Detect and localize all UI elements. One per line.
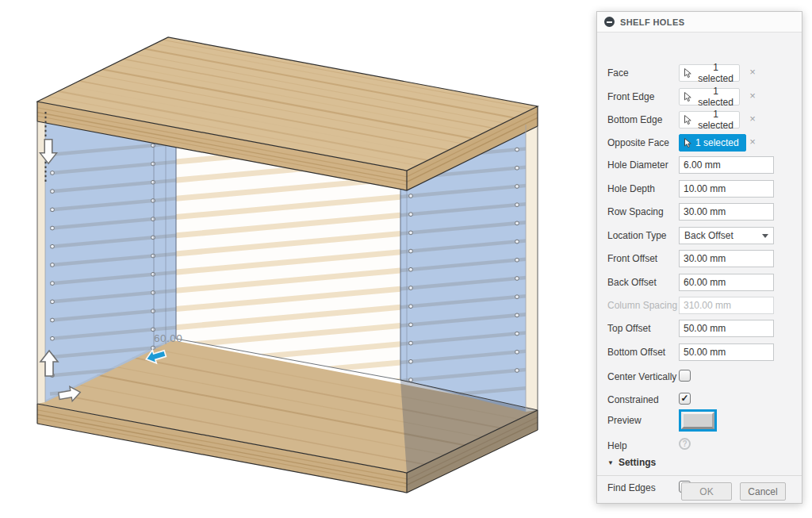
row-row-spacing: Row Spacing	[597, 203, 802, 221]
shelf-hole	[51, 282, 55, 286]
top-offset-label: Top Offset	[607, 323, 650, 334]
location-type-dropdown[interactable]: Back Offset	[679, 227, 774, 244]
shelf-hole	[515, 166, 519, 170]
shelf-hole	[151, 217, 155, 221]
back-offset-dimension-label[interactable]: 60.00	[154, 332, 182, 344]
front-edge-label: Front Edge	[607, 91, 654, 102]
shelf-hole	[151, 162, 155, 166]
shelf-holes-dialog: SHELF HOLES Face 1 selected × Front Edge…	[596, 11, 802, 504]
shelf-hole	[151, 199, 155, 203]
row-help: Help ?	[597, 437, 802, 455]
shelf-hole	[51, 300, 55, 304]
row-settings: ▼ Settings	[597, 457, 802, 474]
shelf-hole	[151, 309, 155, 313]
shelf-hole	[151, 346, 155, 350]
cancel-button[interactable]: Cancel	[740, 482, 786, 501]
shelf-hole	[51, 318, 55, 322]
shelf-hole	[151, 272, 155, 276]
shelf-hole	[409, 359, 413, 363]
settings-section-toggle[interactable]: ▼ Settings	[607, 457, 656, 468]
shelf-hole	[51, 263, 55, 267]
footer-divider	[597, 475, 802, 476]
shelf-hole	[51, 244, 55, 248]
dialog-title: SHELF HOLES	[620, 17, 684, 27]
row-spacing-input[interactable]	[679, 203, 774, 221]
shelf-hole	[409, 286, 413, 290]
right-panel-front-edge[interactable]	[526, 125, 538, 412]
location-type-label: Location Type	[607, 230, 667, 241]
face-selection-button[interactable]: 1 selected	[679, 64, 740, 82]
shelf-hole	[151, 144, 155, 148]
column-spacing-input-disabled	[679, 297, 774, 314]
row-preview: Preview	[597, 409, 802, 432]
shelf-hole	[409, 305, 413, 309]
shelf-hole	[515, 277, 519, 281]
shelf-hole	[409, 213, 413, 217]
front-edge-selection-count: 1 selected	[695, 86, 736, 108]
row-spacing-label: Row Spacing	[607, 206, 664, 217]
hole-diameter-input[interactable]	[679, 156, 774, 174]
shelf-hole	[515, 203, 519, 207]
shelf-hole	[51, 336, 55, 340]
row-hole-diameter: Hole Diameter	[597, 156, 802, 174]
shelf-hole	[51, 208, 55, 212]
constrained-label: Constrained	[607, 394, 659, 405]
face-clear-icon[interactable]: ×	[747, 66, 758, 79]
row-front-edge: Front Edge 1 selected ×	[597, 88, 802, 106]
shelf-hole	[51, 190, 55, 194]
preview-button-active[interactable]	[679, 409, 717, 432]
row-location-type: Location Type Back Offset	[597, 227, 802, 244]
chevron-down-icon	[762, 234, 768, 238]
hole-diameter-label: Hole Diameter	[607, 159, 668, 171]
shelf-hole	[409, 341, 413, 345]
settings-section-label: Settings	[619, 457, 656, 468]
constrained-checkbox-checked[interactable]: ✓	[679, 393, 691, 405]
shelf-hole	[151, 180, 155, 184]
shelf-hole	[409, 267, 413, 271]
bottom-offset-label: Bottom Offset	[607, 347, 665, 358]
back-offset-input[interactable]	[679, 274, 774, 291]
find-edges-label: Find Edges	[607, 482, 656, 493]
row-back-offset: Back Offset	[597, 274, 802, 291]
shelf-hole	[409, 323, 413, 327]
preview-label: Preview	[607, 415, 642, 426]
front-edge-selection-button[interactable]: 1 selected	[679, 88, 740, 106]
shelf-hole	[515, 221, 519, 225]
shelf-hole	[515, 332, 519, 336]
shelf-hole	[151, 291, 155, 295]
front-edge-clear-icon[interactable]: ×	[747, 90, 758, 102]
hole-depth-label: Hole Depth	[607, 183, 655, 194]
preview-thumbnail	[681, 412, 714, 429]
shelf-hole	[409, 231, 413, 235]
location-type-value: Back Offset	[684, 230, 733, 241]
hole-depth-input[interactable]	[679, 180, 774, 198]
opposite-face-selection-button-active[interactable]: 1 selected	[679, 134, 746, 152]
shelf-hole	[515, 313, 519, 317]
bottom-offset-input[interactable]	[679, 343, 774, 361]
front-offset-input[interactable]	[679, 250, 774, 267]
bottom-edge-selection-button[interactable]: 1 selected	[679, 111, 740, 129]
triangle-down-icon: ▼	[607, 459, 614, 466]
help-icon[interactable]: ?	[679, 438, 691, 450]
dialog-header[interactable]: SHELF HOLES	[597, 12, 802, 33]
shelf-hole	[515, 350, 519, 354]
bottom-edge-clear-icon[interactable]: ×	[747, 113, 758, 125]
face-selection-count: 1 selected	[695, 62, 736, 84]
bottom-edge-label: Bottom Edge	[607, 114, 662, 125]
back-offset-label: Back Offset	[607, 277, 657, 288]
opposite-face-clear-icon[interactable]: ×	[747, 136, 758, 148]
row-column-spacing: Column Spacing	[597, 297, 802, 314]
shelf-hole	[409, 378, 413, 382]
shelf-hole	[409, 249, 413, 253]
row-front-offset: Front Offset	[597, 250, 802, 267]
collapse-icon[interactable]	[604, 17, 615, 27]
3d-viewport[interactable]: 60.00	[0, 0, 587, 518]
cursor-icon	[684, 68, 692, 79]
shelf-hole	[515, 369, 519, 373]
top-offset-input[interactable]	[679, 320, 774, 337]
cursor-icon	[684, 115, 692, 125]
ok-button[interactable]: OK	[681, 482, 732, 501]
center-vertically-checkbox-unchecked[interactable]	[679, 370, 691, 382]
row-face: Face 1 selected ×	[597, 64, 802, 82]
row-constrained: Constrained ✓	[597, 391, 802, 409]
